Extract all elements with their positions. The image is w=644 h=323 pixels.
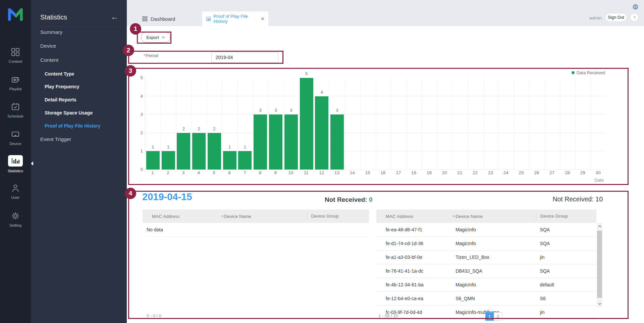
chart-bar[interactable] [192,133,206,170]
sidebar-item-schedule[interactable]: Schedule [0,102,31,118]
chart-bar[interactable] [254,114,267,170]
statistics-bars-icon [8,155,23,167]
table-row[interactable]: fe-ea-48-d6-47-f1MagicInfoSQA [376,223,596,237]
sign-out-button[interactable]: Sign Out [605,13,627,21]
sidebar-title: Statistics [40,13,67,21]
chart-bar[interactable] [315,96,328,170]
sidebar-item-storage-space-usage[interactable]: Storage Space Usage [45,110,93,116]
chart-bar[interactable] [177,133,190,170]
x-tick-label: 24 [498,170,514,175]
chart-column [406,78,422,170]
received-devices-table: MAC Address^ Device Name Device Group No… [143,210,369,237]
playlist-icon [10,75,20,85]
pagination: 12 [485,312,502,321]
bar-value-label: 3 [290,108,292,113]
chart-bar[interactable] [238,151,252,170]
column-device-group[interactable]: Device Group [307,213,369,220]
x-axis: 1234567891011121314151617181920212223242… [145,170,606,175]
sort-ascending-icon: ^ [221,214,223,219]
column-mac-address[interactable]: MAC Address^ [376,214,455,219]
rail-label: Schedule [7,114,23,118]
period-input[interactable] [211,52,278,63]
chart-column [529,78,544,170]
chart-column: 1 [222,78,237,170]
help-button[interactable]: ? [630,13,639,22]
x-tick-label: 25 [514,170,529,175]
sidebar-item-summary[interactable]: Summary [40,29,62,35]
x-tick-label: 15 [360,170,375,175]
column-device-group[interactable]: Device Group [536,213,596,220]
table-row[interactable]: fe-4b-12-34-61-baMagicInfodefault [376,278,596,292]
y-tick-label: 2 [133,130,143,135]
sidebar-item-device-stats[interactable]: Device [40,43,56,49]
chart-column: 2 [176,78,192,170]
sidebar-item-setting[interactable]: Setting [0,211,31,227]
sidebar-item-statistics[interactable]: Statistics [0,155,31,173]
table-row[interactable]: fe-d1-74-cd-1d-36MagicInfoSQA [376,237,596,250]
sidebar-item-device[interactable]: Device [0,129,31,146]
page-button-2[interactable]: 2 [494,312,502,321]
chart-column [575,78,590,170]
chart-bar[interactable] [162,151,175,170]
y-tick-label: 5 [133,75,143,80]
sidebar-item-content-type[interactable]: Content Type [45,71,74,77]
chart-bar[interactable] [223,151,236,170]
page-button-1[interactable]: 1 [485,312,494,321]
sidebar-item-proof-of-play-file-history[interactable]: Proof of Play File History [45,123,100,129]
rail-label: Setting [9,223,21,227]
right-table-range: 1 - 08 / 10 [378,313,398,318]
sidebar-item-event-trigger[interactable]: Event Trigger [40,136,71,142]
received-value: 0 [369,196,373,203]
sidebar-item-content[interactable]: Content [0,47,31,63]
table-row[interactable]: fe-76-41-41-1a-dcDB43J_SQASQA [376,264,596,278]
table-scrollbar[interactable] [597,223,602,307]
sidebar-item-content-stats[interactable]: Content [40,57,58,63]
column-device-name[interactable]: Device Name [224,214,307,219]
column-mac-address[interactable]: MAC Address^ [143,214,224,219]
scroll-up-icon[interactable] [597,223,602,230]
export-button[interactable]: Export [141,32,170,43]
table-cell: MagicInfo [455,241,536,246]
table-cell: fe-ea-48-d6-47-f1 [376,227,455,232]
chart-bar[interactable] [269,114,282,170]
scrollbar-thumb[interactable] [597,231,602,298]
chart-column [345,78,360,170]
chart-bar[interactable] [330,114,344,170]
chart-bar[interactable] [146,151,160,170]
column-device-name[interactable]: Device Name [455,214,536,219]
table-row[interactable]: fe-12-b4-e0-ca-eaS6_QMNS6 [376,292,596,306]
selected-date-title: 2019-04-15 [142,191,192,202]
chart-column [483,78,498,170]
chart-bar[interactable] [284,114,298,170]
tab-dashboard[interactable]: Dashboard [139,11,178,26]
chart-column [452,78,468,170]
table-row[interactable]: fe-a1-a3-03-bf-0eTizen_LED_Boxjin [376,250,596,264]
x-tick-label: 8 [253,170,268,175]
language-globe-icon[interactable] [632,4,639,11]
rail-label: Playlist [9,87,21,91]
bar-value-label: 1 [152,144,154,149]
scroll-down-icon[interactable] [597,301,602,307]
collapse-arrow-icon[interactable]: ← [111,12,119,21]
chart-bar[interactable] [300,78,313,170]
rail-label: User [11,195,19,199]
chart-column [391,78,406,170]
close-icon[interactable]: ✕ [261,16,264,21]
left-table-range: 0 - 0 / 0 [147,313,161,318]
chart-bar[interactable] [208,133,221,170]
x-tick-label: 6 [222,170,237,175]
legend-item-data-received[interactable]: Data Received [572,70,605,75]
x-tick-label: 29 [575,170,590,175]
sidebar-item-play-frequency[interactable]: Play Frequency [45,84,79,89]
sidebar-item-detail-reports[interactable]: Detail Reports [45,97,76,102]
sidebar-item-user[interactable]: User [0,183,31,199]
chart-column [560,78,575,170]
tab-proof-of-play-file-history[interactable]: Proof of Play File History ✕ [202,11,268,26]
tab-label: Dashboard [151,16,175,22]
table-cell: SQA [536,227,596,232]
x-tick-label: 11 [299,170,314,175]
chart-column: 2 [207,78,222,170]
sidebar-item-playlist[interactable]: Playlist [0,75,31,91]
chart-column [375,78,391,170]
bar-value-label: 2 [213,126,215,131]
